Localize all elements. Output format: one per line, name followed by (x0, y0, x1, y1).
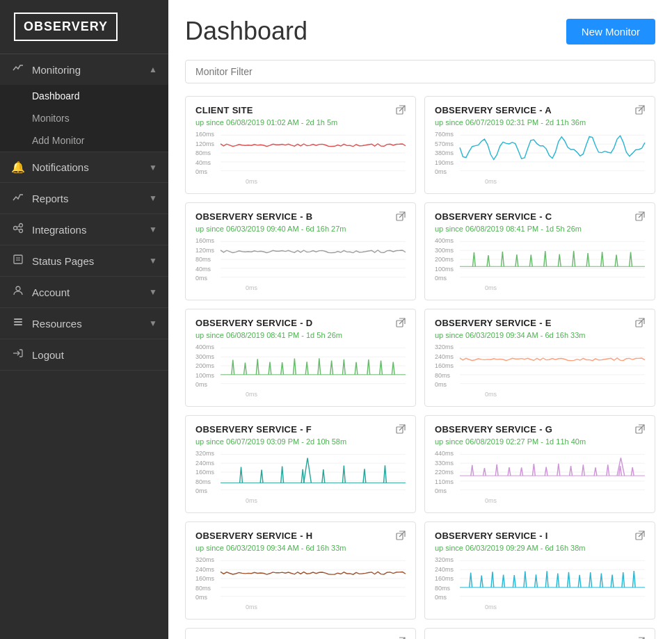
notifications-icon: 🔔 (11, 161, 25, 174)
chart-svg-wrapper: 0ms (221, 131, 406, 186)
chart-svg-wrapper: 0ms (221, 343, 406, 399)
monitor-edit-icon[interactable] (396, 531, 406, 542)
svg-rect-11 (14, 324, 22, 325)
nav-section-integrations: Integrations ▼ (0, 214, 168, 245)
logo-area: OBSERVERY (0, 0, 168, 54)
monitor-name: CLIENT SITE (195, 105, 253, 115)
sidebar-item-monitors[interactable]: Monitors (0, 107, 168, 129)
monitor-name: OBSERVERY SERVICE - H (195, 531, 312, 541)
monitor-card-header: OBSERVERY SERVICE - F (195, 424, 406, 436)
y-label: 320ms (435, 343, 460, 350)
y-label: 0ms (435, 487, 460, 494)
monitor-uptime: up since 06/08/2019 01:02 AM - 2d 1h 5m (195, 118, 406, 127)
x-baseline: 0ms (485, 284, 645, 291)
new-monitor-button[interactable]: New Monitor (566, 19, 655, 45)
y-label: 40ms (195, 266, 221, 273)
y-axis-labels: 760ms570ms380ms190ms0ms (435, 131, 460, 175)
chart-svg-wrapper: 0ms (221, 450, 406, 505)
status-pages-icon (11, 254, 25, 268)
sidebar-item-reports[interactable]: Reports ▼ (0, 183, 168, 213)
monitor-edit-icon[interactable] (396, 318, 406, 330)
y-label: 0ms (195, 487, 221, 494)
monitor-card: OBSERVERY SERVICE - A up since 06/07/201… (424, 96, 655, 194)
monitor-edit-icon[interactable] (635, 105, 645, 117)
sidebar-item-notifications-label: Notifications (32, 161, 89, 173)
sidebar-item-logout[interactable]: Logout (0, 339, 168, 370)
integrations-icon (11, 223, 25, 236)
sidebar-item-dashboard[interactable]: Dashboard (0, 85, 168, 107)
sidebar-item-notifications[interactable]: 🔔 Notifications ▼ (0, 152, 168, 182)
monitor-filter-input[interactable] (185, 60, 655, 83)
y-label: 80ms (195, 585, 221, 592)
monitor-edit-icon[interactable] (635, 318, 645, 330)
monitor-edit-icon[interactable] (396, 424, 406, 436)
main-header: Dashboard New Monitor (185, 17, 655, 46)
sidebar-item-add-monitor[interactable]: Add Monitor (0, 129, 168, 152)
monitor-name: OBSERVERY SERVICE - A (435, 105, 552, 115)
sidebar: OBSERVERY Monitoring ▲ Dashboard Monitor… (0, 0, 168, 639)
reports-chevron: ▼ (149, 193, 157, 203)
chart-area: 160ms120ms80ms40ms0ms 0ms (195, 131, 406, 186)
y-label: 80ms (195, 149, 221, 156)
chart-area: 320ms240ms160ms80ms0ms 0ms (435, 343, 645, 399)
x-baseline: 0ms (246, 284, 406, 291)
monitor-edit-icon[interactable] (396, 211, 406, 223)
status-pages-chevron: ▼ (149, 256, 157, 266)
monitor-card: OBSERVERY SERVICE - B up since 06/03/201… (185, 202, 416, 300)
svg-line-21 (639, 106, 644, 111)
sidebar-item-status-pages[interactable]: Status Pages ▼ (0, 245, 168, 276)
y-label: 570ms (435, 140, 460, 147)
monitor-card-header: OBSERVERY SERVICE - B (195, 211, 406, 223)
sidebar-item-resources[interactable]: Resources ▼ (0, 308, 168, 339)
chart-area: 400ms300ms200ms100ms0ms 0ms (195, 343, 406, 399)
sidebar-nav: Monitoring ▲ Dashboard Monitors Add Moni… (0, 54, 168, 639)
sidebar-item-monitoring[interactable]: Monitoring ▲ (0, 54, 168, 85)
svg-point-8 (16, 286, 20, 291)
y-label: 200ms (195, 362, 221, 369)
integrations-chevron: ▼ (149, 225, 157, 234)
nav-section-resources: Resources ▼ (0, 308, 168, 339)
monitor-card: OBSERVERY SERVICE - F up since 06/07/201… (185, 415, 416, 513)
account-chevron: ▼ (149, 287, 157, 297)
x-baseline: 0ms (485, 178, 645, 185)
y-label: 320ms (195, 556, 221, 563)
x-baseline: 0ms (246, 497, 406, 504)
sidebar-item-logout-label: Logout (32, 349, 64, 361)
y-label: 0ms (195, 168, 221, 175)
y-label: 200ms (435, 256, 460, 263)
y-label: 120ms (195, 140, 221, 147)
y-label: 80ms (435, 372, 460, 379)
y-label: 0ms (435, 168, 460, 175)
y-label: 380ms (435, 149, 460, 156)
monitor-edit-icon[interactable] (396, 105, 406, 117)
y-axis-labels: 320ms240ms160ms80ms0ms (195, 556, 221, 601)
monitor-edit-icon[interactable] (635, 424, 645, 436)
y-label: 80ms (195, 256, 221, 263)
nav-section-account: Account ▼ (0, 277, 168, 308)
svg-rect-10 (14, 321, 22, 323)
y-label: 0ms (435, 275, 460, 282)
y-label: 320ms (435, 556, 460, 563)
sidebar-item-account[interactable]: Account ▼ (0, 277, 168, 307)
app-logo: OBSERVERY (14, 13, 118, 41)
x-baseline: 0ms (246, 178, 406, 185)
monitor-uptime: up since 06/07/2019 03:09 PM - 2d 10h 58… (195, 437, 406, 446)
y-label: 300ms (435, 247, 460, 254)
sidebar-item-monitoring-label: Monitoring (32, 64, 81, 76)
chart-svg-wrapper: 0ms (460, 343, 645, 399)
monitor-card-header: OBSERVERY SERVICE - A (435, 105, 645, 117)
monitor-edit-icon[interactable] (635, 531, 645, 542)
chart-svg-wrapper: 0ms (221, 237, 406, 293)
y-label: 100ms (195, 372, 221, 379)
monitor-card-header: CLIENT SITE (195, 105, 406, 117)
page-title: Dashboard (185, 17, 307, 46)
resources-icon (11, 316, 25, 330)
chart-area: 320ms240ms160ms80ms0ms 0ms (195, 450, 406, 505)
y-label: 240ms (195, 566, 221, 573)
sidebar-item-integrations[interactable]: Integrations ▼ (0, 214, 168, 245)
svg-line-70 (399, 531, 405, 537)
sidebar-item-reports-label: Reports (32, 193, 69, 204)
x-baseline: 0ms (485, 497, 645, 504)
y-label: 120ms (195, 247, 221, 254)
monitor-edit-icon[interactable] (635, 211, 645, 223)
